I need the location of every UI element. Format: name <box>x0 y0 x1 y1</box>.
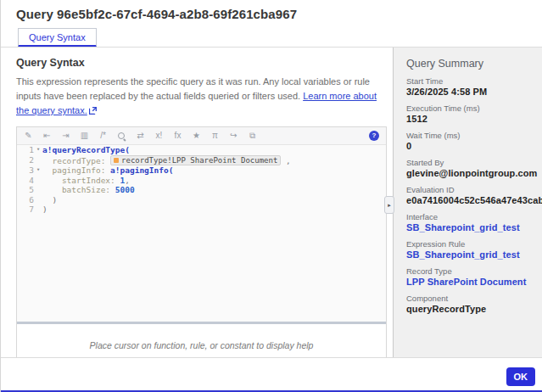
swap-icon[interactable]: ⇄ <box>136 131 145 141</box>
summary-field: Record TypeLPP SharePoint Document <box>406 266 530 287</box>
pi-icon[interactable]: π <box>210 131 220 141</box>
code-line: 7) <box>17 204 386 215</box>
search-icon[interactable] <box>117 132 126 141</box>
code-text: recordType: recordType!LPP SharePoint Do… <box>42 155 291 166</box>
indent-right-icon[interactable]: ⇥ <box>61 131 70 141</box>
summary-field: Wait Time (ms)0 <box>406 131 530 151</box>
field-value-link[interactable]: LPP SharePoint Document <box>406 277 530 287</box>
editor-help-hint: Place cursor on function, rule, or const… <box>90 340 314 350</box>
line-number: 5 <box>17 185 34 195</box>
expression-editor: ✎⇤⇥▥/*⇄x!fx★π↪⧉ ? 1▾a!queryRecordType(2 … <box>16 126 387 367</box>
line-number: 1 <box>17 145 34 155</box>
field-label: Started By <box>406 158 530 167</box>
record-type-icon <box>114 158 119 163</box>
line-number: 6 <box>17 195 34 205</box>
field-value-link[interactable]: SB_Sharepoint_grid_test <box>406 249 530 260</box>
line-number: 3 <box>17 165 34 176</box>
field-value: 1512 <box>406 114 530 124</box>
code-text: startIndex: 1, <box>42 176 130 186</box>
sign-out-icon[interactable]: ↪ <box>229 131 238 141</box>
page-title: Query 96e5bf2c-67cf-4694-a2b8-69f261cba9… <box>16 7 527 21</box>
code-text: ) <box>42 195 57 205</box>
summary-field: InterfaceSB_Sharepoint_grid_test <box>406 212 530 232</box>
line-number: 4 <box>17 176 34 186</box>
block-comment-icon[interactable]: /* <box>98 131 108 141</box>
fold-gutter <box>34 204 42 215</box>
summary-field: Start Time3/26/2025 4:58 PM <box>406 76 530 97</box>
fold-gutter <box>34 195 42 205</box>
field-label: Evaluation ID <box>406 185 530 194</box>
code-line: 4 startIndex: 1, <box>17 176 386 186</box>
link-icon[interactable]: ⧉ <box>248 131 257 141</box>
field-value-link[interactable]: SB_Sharepoint_grid_test <box>406 222 530 232</box>
record-type-tag[interactable]: recordType!LPP SharePoint Document <box>110 155 281 165</box>
field-value: e0a7416004c52c546a47e43cab2c8ec3 <box>406 195 530 205</box>
field-label: Execution Time (ms) <box>406 104 530 113</box>
code-line: 2 recordType: recordType!LPP SharePoint … <box>17 155 386 166</box>
tab-query-syntax[interactable]: Query Syntax <box>18 28 97 48</box>
code-line: 5 batchSize: 5000 <box>17 185 386 195</box>
function-icon[interactable]: fx <box>173 131 182 141</box>
query-syntax-panel: Query Syntax This expression represents … <box>1 48 394 357</box>
columns-icon[interactable]: ▥ <box>80 131 89 141</box>
line-number: 2 <box>17 155 34 166</box>
summary-field: Expression RuleSB_Sharepoint_grid_test <box>406 239 530 260</box>
ok-button[interactable]: OK <box>506 367 536 386</box>
field-label: Start Time <box>406 76 530 86</box>
field-value: queryRecordType <box>406 304 530 314</box>
code-text: a!queryRecordType( <box>42 145 130 155</box>
collapse-arrow-icon: ▸ <box>388 202 391 209</box>
sidebar-collapse-handle[interactable]: ▸ <box>384 196 394 214</box>
field-label: Record Type <box>406 266 530 276</box>
tab-bar: Query Syntax <box>16 27 527 47</box>
code-lines: 1▾a!queryRecordType(2 recordType: record… <box>17 145 386 215</box>
code-line: 6 ) <box>17 195 386 205</box>
help-icon[interactable]: ? <box>369 131 379 141</box>
external-link-icon <box>89 104 97 119</box>
field-value: 3/26/2025 4:58 PM <box>406 87 530 97</box>
section-heading: Query Syntax <box>16 57 387 69</box>
code-text: batchSize: 5000 <box>42 185 135 195</box>
field-label: Component <box>406 294 530 303</box>
field-label: Wait Time (ms) <box>406 131 530 140</box>
fold-gutter <box>34 176 42 186</box>
sidebar-heading: Query Summary <box>406 58 530 70</box>
fold-arrow-icon[interactable]: ▾ <box>34 165 42 176</box>
editor-toolbar: ✎⇤⇥▥/*⇄x!fx★π↪⧉ ? <box>17 127 386 145</box>
content-row: Query Syntax This expression represents … <box>1 47 542 357</box>
code-line: 3▾ pagingInfo: a!pagingInfo( <box>17 165 386 176</box>
summary-field: Started Byglevine@lionpointgroup.com <box>406 158 530 178</box>
dialog-footer: OK <box>1 357 542 390</box>
summary-fields: Start Time3/26/2025 4:58 PMExecution Tim… <box>406 76 530 314</box>
page-header: Query 96e5bf2c-67cf-4694-a2b8-69f261cba9… <box>1 0 542 47</box>
format-wand-icon[interactable]: ✎ <box>24 131 33 141</box>
summary-field: Evaluation IDe0a7416004c52c546a47e43cab2… <box>406 185 530 205</box>
field-label: Expression Rule <box>406 239 530 249</box>
variable-icon[interactable]: x! <box>154 131 164 141</box>
field-value: 0 <box>406 141 530 151</box>
editor-toolbar-icons: ✎⇤⇥▥/*⇄x!fx★π↪⧉ <box>24 131 257 141</box>
code-text: pagingInfo: a!pagingInfo( <box>42 165 173 176</box>
summary-field: ComponentqueryRecordType <box>406 294 530 314</box>
line-number: 7 <box>17 204 34 215</box>
section-description: This expression represents the specific … <box>16 75 387 119</box>
fold-arrow-icon[interactable]: ▾ <box>34 145 42 155</box>
fold-gutter <box>34 185 42 195</box>
field-label: Interface <box>406 212 530 221</box>
query-summary-sidebar: Query Summary Start Time3/26/2025 4:58 P… <box>394 48 542 357</box>
indent-left-icon[interactable]: ⇤ <box>42 131 52 141</box>
field-value: glevine@lionpointgroup.com <box>406 168 530 178</box>
star-icon[interactable]: ★ <box>192 131 201 141</box>
fold-gutter <box>34 155 42 166</box>
code-line: 1▾a!queryRecordType( <box>17 145 386 155</box>
code-editor-area[interactable]: 1▾a!queryRecordType(2 recordType: record… <box>17 145 386 322</box>
code-text: ) <box>42 204 47 215</box>
summary-field: Execution Time (ms)1512 <box>406 104 530 124</box>
